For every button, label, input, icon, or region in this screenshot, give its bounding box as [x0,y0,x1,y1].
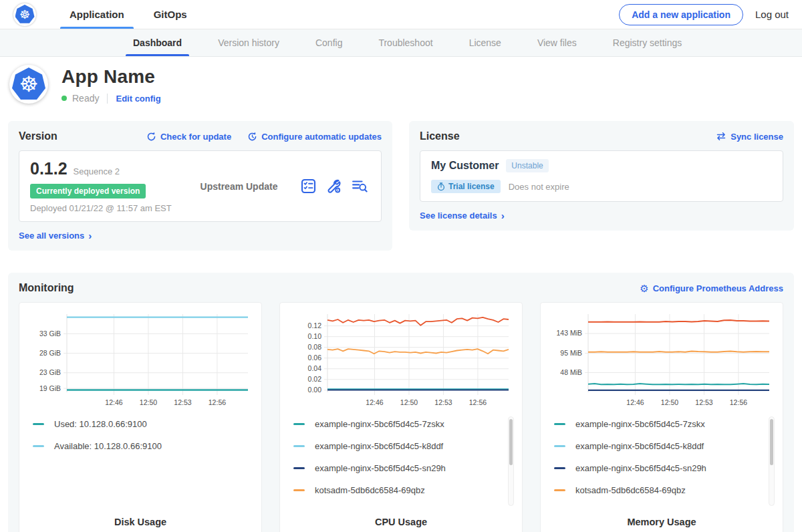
configure-automatic-updates-label: Configure automatic updates [261,132,382,142]
cpu-usage-plot: 0.120.100.080.060.040.020.0012:4612:5012… [287,308,515,410]
legend-label: example-nginx-5bc6f5d4c5-k8ddf [315,441,443,451]
legend-swatch [293,445,305,447]
subnav-tab-dashboard[interactable]: Dashboard [115,29,200,56]
version-number: 0.1.2 [30,159,68,178]
config-wrench-icon[interactable] [326,178,342,194]
legend-swatch [293,423,305,425]
subnav-tab-config[interactable]: Config [297,29,360,56]
app-title-block: App Name Ready Edit config [61,65,161,104]
svg-text:12:56: 12:56 [730,398,747,406]
legend-scrollbar[interactable] [508,416,514,506]
preflight-checks-icon[interactable] [301,178,316,194]
chart-title: Disk Usage [26,510,255,527]
license-type-row: Trial license Does not expire [431,180,772,193]
stopwatch-icon [437,182,445,191]
tab-gitops[interactable]: GitOps [144,0,196,29]
svg-text:95 MiB: 95 MiB [560,349,582,357]
trial-license-label: Trial license [448,182,495,191]
deploy-logs-icon[interactable] [352,178,368,194]
memory-usage-plot: 143 MiB95 MiB48 MiB12:4612:5012:5312:56 [547,308,776,410]
divider [107,94,108,104]
chart-card-disk-usage: 33 GiB28 GiB23 GiB19 GiB12:4612:5012:531… [19,302,262,532]
legend-swatch [293,467,305,469]
dashboard-main: Version Check for update [0,121,802,532]
tab-application-label: Application [70,9,124,20]
chart-card-memory-usage: 143 MiB95 MiB48 MiB12:4612:5012:5312:56e… [540,302,783,532]
refresh-icon [146,132,156,142]
ready-status-label: Ready [72,93,99,104]
svg-text:23 GiB: 23 GiB [39,368,61,376]
svg-text:12:50: 12:50 [400,398,418,406]
legend-label: example-nginx-5bc6f5d4c5-7zskx [315,419,444,429]
svg-text:0.08: 0.08 [308,343,322,351]
legend-label: example-nginx-5bc6f5d4c5-k8ddf [575,441,704,451]
legend-item[interactable]: Available: 10.128.0.66:9100 [33,441,255,451]
legend-swatch [33,423,44,425]
version-action-icons [301,178,370,194]
tab-application[interactable]: Application [60,0,134,29]
see-license-details-row: See license details › [420,210,783,221]
subnav-tab-view-files[interactable]: View files [519,29,595,56]
scrollbar-thumb[interactable] [509,419,513,465]
legend-swatch [33,445,44,447]
see-all-versions-label: See all versions [19,231,84,241]
svg-text:143 MiB: 143 MiB [556,329,582,337]
legend-label: Used: 10.128.0.66:9100 [54,419,147,429]
gear-icon: ⚙ [640,283,648,293]
legend-item[interactable]: example-nginx-5bc6f5d4c5-7zskx [554,419,776,429]
app-name-title: App Name [61,66,161,88]
chart-card-cpu-usage: 0.120.100.080.060.040.020.0012:4612:5012… [279,302,523,532]
subnav-tab-registry-settings[interactable]: Registry settings [595,29,700,56]
legend-item[interactable]: example-nginx-5bc6f5d4c5-7zskx [293,419,515,429]
license-expiry: Does not expire [509,182,569,192]
legend-item[interactable]: example-nginx-5bc6f5d4c5-sn29h [554,463,776,473]
top-nav: ☸ Application GitOps Add a new applicati… [0,0,802,29]
chart-legend: example-nginx-5bc6f5d4c5-7zskxexample-ng… [554,419,776,507]
chevron-right-icon: › [501,210,505,221]
svg-text:12:46: 12:46 [105,398,122,406]
svg-text:12:46: 12:46 [626,398,644,406]
svg-text:0.04: 0.04 [308,364,322,372]
chevron-right-icon: › [88,230,92,241]
legend-item[interactable]: kotsadm-5db6dc6584-69qbz [554,485,776,495]
configure-prometheus-link[interactable]: ⚙ Configure Prometheus Address [640,283,783,293]
see-all-versions-row: See all versions › [19,230,382,241]
legend-label: kotsadm-5db6dc6584-69qbz [315,485,425,495]
license-details-row: My Customer Unstable Trial license Does … [420,150,783,202]
edit-config-link[interactable]: Edit config [116,94,160,104]
legend-label: example-nginx-5bc6f5d4c5-sn29h [575,463,706,473]
chart-legend: example-nginx-5bc6f5d4c5-7zskxexample-ng… [293,419,515,507]
subnav-tab-troubleshoot[interactable]: Troubleshoot [360,29,450,56]
logout-link[interactable]: Log out [755,9,789,20]
subnav-tab-version-history[interactable]: Version history [200,29,297,56]
legend-item[interactable]: Used: 10.128.0.66:9100 [33,419,255,429]
update-type-label: Upstream Update [177,181,301,192]
legend-item[interactable]: kotsadm-5db6dc6584-69qbz [293,485,515,495]
kubernetes-wheel-icon: ☸ [15,5,35,24]
monitoring-card: Monitoring ⚙ Configure Prometheus Addres… [8,273,794,532]
trial-license-badge: Trial license [431,180,501,193]
see-all-versions-link[interactable]: See all versions › [19,230,92,241]
svg-text:12:53: 12:53 [174,398,191,406]
configure-automatic-updates-link[interactable]: Configure automatic updates [247,132,382,142]
version-info: 0.1.2 Sequence 2 Currently deployed vers… [30,159,177,213]
sync-icon [716,132,726,141]
scrollbar-thumb[interactable] [770,419,773,465]
check-for-update-link[interactable]: Check for update [146,132,231,142]
legend-scrollbar[interactable] [769,416,775,506]
app-logo-icon: ☸ [9,65,48,104]
legend-label: Available: 10.128.0.66:9100 [54,441,162,451]
svg-text:0.10: 0.10 [308,332,322,340]
see-license-details-link[interactable]: See license details › [420,210,505,221]
svg-text:0.00: 0.00 [308,386,322,394]
version-number-row: 0.1.2 Sequence 2 [30,159,177,178]
sequence-label: Sequence 2 [74,166,120,176]
legend-item[interactable]: example-nginx-5bc6f5d4c5-k8ddf [554,441,776,451]
sync-license-link[interactable]: Sync license [716,132,783,142]
legend-swatch [554,489,565,491]
subnav-tab-license[interactable]: License [451,29,519,56]
add-application-button[interactable]: Add a new application [619,4,743,25]
svg-text:12:56: 12:56 [209,398,226,406]
legend-item[interactable]: example-nginx-5bc6f5d4c5-k8ddf [293,441,515,451]
legend-item[interactable]: example-nginx-5bc6f5d4c5-sn29h [293,463,515,473]
